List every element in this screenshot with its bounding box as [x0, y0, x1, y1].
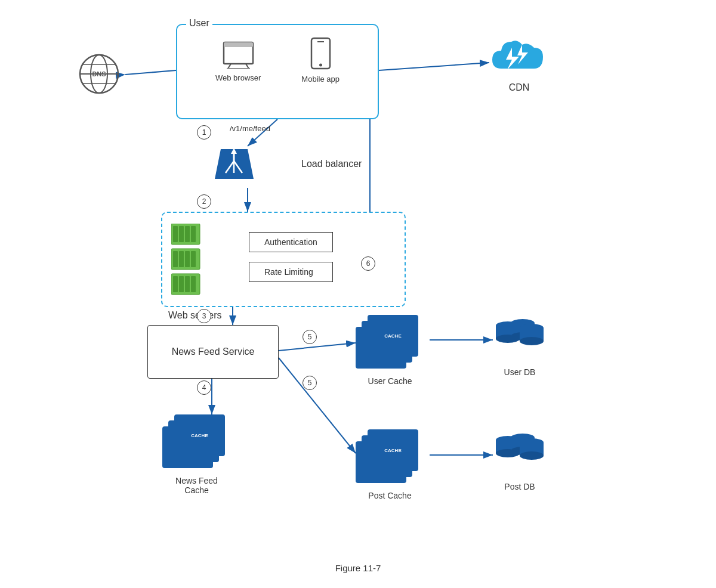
- step-5a-circle: 5: [303, 330, 317, 344]
- web-browser-item: Web browser: [215, 39, 261, 82]
- user-db-label: User DB: [504, 367, 536, 377]
- svg-rect-37: [191, 226, 196, 242]
- step-6-circle: 6: [361, 256, 375, 271]
- auth-boxes: Authentication Rate Limiting: [249, 232, 333, 287]
- auth-label: Authentication: [264, 237, 317, 247]
- svg-rect-44: [173, 276, 178, 292]
- svg-rect-42: [191, 251, 196, 267]
- pc-front: CACHE: [368, 429, 418, 471]
- step-4-circle: 4: [197, 380, 211, 395]
- svg-rect-35: [179, 226, 184, 242]
- cdn-container: CDN: [489, 33, 549, 93]
- cache-card-front: CACHE: [368, 315, 418, 357]
- svg-line-3: [379, 63, 489, 70]
- mobile-app-item: Mobile app: [301, 37, 340, 83]
- load-balancer-icon: [215, 143, 254, 185]
- diagram: User Web browser Mob: [0, 0, 716, 588]
- cdn-label: CDN: [509, 82, 530, 93]
- post-cache-stack: CACHE CACHE CACHE: [356, 429, 424, 486]
- user-box: User Web browser Mob: [176, 24, 379, 119]
- newsfeed-cache-label: News FeedCache: [175, 476, 218, 495]
- newsfeed-box: News Feed Service: [147, 325, 279, 379]
- web-servers-icon: [171, 224, 237, 295]
- step-3-circle: 3: [197, 309, 211, 323]
- user-db-container: User DB: [493, 315, 547, 377]
- newsfeed-service-label: News Feed Service: [172, 346, 255, 357]
- svg-point-19: [319, 64, 322, 67]
- svg-line-8: [279, 343, 356, 351]
- step-2-circle: 2: [197, 194, 211, 209]
- post-cache-container: CACHE CACHE CACHE Post Cache: [356, 429, 424, 500]
- cdn-cloud-icon: [489, 33, 549, 78]
- dns-icon: DNS: [78, 52, 121, 95]
- web-browser-icon: [222, 39, 255, 69]
- user-db-icon: [493, 315, 547, 363]
- mobile-app-label: Mobile app: [301, 75, 340, 83]
- webserver-box-label: Web servers: [168, 310, 222, 321]
- load-balancer-container: Load balancer: [215, 143, 362, 185]
- nfc-front: CACHE: [174, 414, 225, 456]
- svg-point-56: [520, 337, 544, 345]
- load-balancer-label: Load balancer: [301, 159, 362, 169]
- step-5b-circle: 5: [303, 376, 317, 390]
- lb-row: Load balancer: [215, 143, 362, 185]
- user-cache-container: CACHE CACHE CACHE User Cache: [356, 315, 424, 386]
- rate-limit-label: Rate Limiting: [264, 267, 313, 277]
- svg-rect-36: [185, 226, 190, 242]
- user-box-title: User: [186, 18, 212, 29]
- web-browser-label: Web browser: [215, 73, 261, 82]
- post-cache-label: Post Cache: [368, 491, 411, 500]
- svg-rect-34: [173, 226, 178, 242]
- endpoint-label: /v1/me/feed: [230, 124, 270, 133]
- rate-limit-box: Rate Limiting: [249, 262, 333, 282]
- figure-caption: Figure 11-7: [335, 563, 381, 573]
- user-cache-label: User Cache: [368, 376, 412, 386]
- mobile-app-icon: [310, 37, 331, 70]
- post-db-container: Post DB: [493, 429, 547, 491]
- step-1-circle: 1: [197, 125, 211, 140]
- newsfeed-cache-container: CACHE CACHE CACHE News FeedCache: [162, 414, 231, 495]
- svg-line-2: [125, 70, 176, 75]
- svg-rect-45: [179, 276, 184, 292]
- post-db-label: Post DB: [504, 482, 535, 491]
- svg-rect-14: [224, 42, 253, 47]
- dns-container: DNS: [78, 52, 121, 95]
- post-db-icon: [493, 429, 547, 477]
- svg-text:DNS: DNS: [92, 70, 106, 78]
- svg-rect-39: [173, 251, 178, 267]
- svg-rect-46: [185, 276, 190, 292]
- newsfeed-cache-stack: CACHE CACHE CACHE: [162, 414, 231, 471]
- svg-line-9: [279, 358, 356, 453]
- svg-rect-47: [191, 276, 196, 292]
- svg-point-65: [520, 451, 544, 460]
- auth-box: Authentication: [249, 232, 333, 252]
- user-cache-stack: CACHE CACHE CACHE: [356, 315, 424, 372]
- user-icons: Web browser Mobile app: [177, 25, 378, 89]
- svg-rect-40: [179, 251, 184, 267]
- svg-rect-41: [185, 251, 190, 267]
